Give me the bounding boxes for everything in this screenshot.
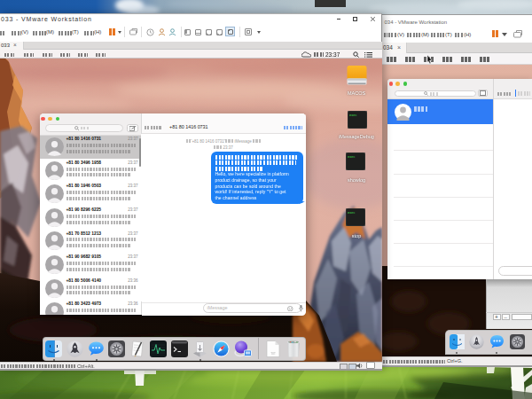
svg-text:exec: exec [348, 210, 355, 215]
svg-text:exec: exec [348, 154, 355, 159]
svg-text:TXT: TXT [270, 352, 276, 356]
svg-text:exec: exec [349, 112, 356, 116]
